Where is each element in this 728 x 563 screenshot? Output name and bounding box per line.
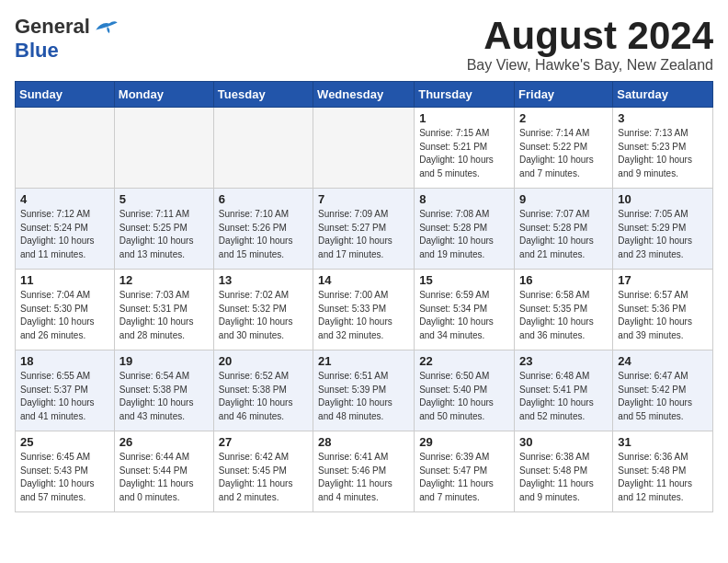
calendar-week-row: 4Sunrise: 7:12 AM Sunset: 5:24 PM Daylig… — [16, 189, 713, 270]
calendar-day-cell: 27Sunrise: 6:42 AM Sunset: 5:45 PM Dayli… — [213, 431, 313, 512]
day-number: 8 — [419, 192, 509, 206]
calendar-day-cell: 9Sunrise: 7:07 AM Sunset: 5:28 PM Daylig… — [515, 189, 613, 270]
day-info-text: Sunrise: 7:08 AM Sunset: 5:28 PM Dayligh… — [419, 208, 509, 261]
day-number: 21 — [318, 354, 409, 368]
day-number: 6 — [219, 192, 308, 206]
calendar-week-row: 1Sunrise: 7:15 AM Sunset: 5:21 PM Daylig… — [16, 108, 713, 189]
day-number: 25 — [20, 435, 109, 449]
calendar-header-row: SundayMondayTuesdayWednesdayThursdayFrid… — [16, 82, 713, 108]
calendar-day-cell: 13Sunrise: 7:02 AM Sunset: 5:32 PM Dayli… — [213, 270, 313, 350]
title-block: August 2024 Bay View, Hawke's Bay, New Z… — [467, 15, 713, 74]
day-number: 7 — [318, 192, 409, 206]
day-number: 19 — [119, 354, 209, 368]
calendar-day-cell: 30Sunrise: 6:38 AM Sunset: 5:48 PM Dayli… — [515, 431, 613, 512]
day-number: 11 — [20, 273, 109, 287]
calendar-day-cell: 29Sunrise: 6:39 AM Sunset: 5:47 PM Dayli… — [415, 431, 515, 512]
day-info-text: Sunrise: 7:02 AM Sunset: 5:32 PM Dayligh… — [219, 289, 308, 342]
logo-general-text: General — [15, 15, 90, 39]
logo: General Blue — [15, 15, 119, 63]
weekday-header-wednesday: Wednesday — [313, 82, 415, 108]
day-number: 1 — [419, 111, 509, 125]
calendar-day-cell: 11Sunrise: 7:04 AM Sunset: 5:30 PM Dayli… — [16, 270, 115, 350]
day-info-text: Sunrise: 7:14 AM Sunset: 5:22 PM Dayligh… — [519, 127, 608, 180]
calendar-day-cell: 25Sunrise: 6:45 AM Sunset: 5:43 PM Dayli… — [16, 431, 115, 512]
day-number: 26 — [119, 435, 209, 449]
calendar-day-cell: 5Sunrise: 7:11 AM Sunset: 5:25 PM Daylig… — [114, 189, 213, 270]
weekday-header-friday: Friday — [515, 82, 613, 108]
day-info-text: Sunrise: 6:50 AM Sunset: 5:40 PM Dayligh… — [419, 370, 509, 423]
day-info-text: Sunrise: 7:12 AM Sunset: 5:24 PM Dayligh… — [20, 208, 109, 261]
day-number: 17 — [618, 273, 708, 287]
calendar-table: SundayMondayTuesdayWednesdayThursdayFrid… — [15, 81, 713, 512]
calendar-day-cell: 6Sunrise: 7:10 AM Sunset: 5:26 PM Daylig… — [213, 189, 313, 270]
calendar-day-cell: 26Sunrise: 6:44 AM Sunset: 5:44 PM Dayli… — [114, 431, 213, 512]
calendar-day-cell: 19Sunrise: 6:54 AM Sunset: 5:38 PM Dayli… — [114, 350, 213, 431]
day-number: 10 — [618, 192, 708, 206]
day-number: 9 — [519, 192, 608, 206]
day-info-text: Sunrise: 6:47 AM Sunset: 5:42 PM Dayligh… — [618, 370, 708, 423]
calendar-day-cell: 7Sunrise: 7:09 AM Sunset: 5:27 PM Daylig… — [313, 189, 415, 270]
month-year-title: August 2024 — [467, 15, 713, 57]
day-info-text: Sunrise: 6:59 AM Sunset: 5:34 PM Dayligh… — [419, 289, 509, 342]
day-number: 16 — [519, 273, 608, 287]
calendar-day-cell: 12Sunrise: 7:03 AM Sunset: 5:31 PM Dayli… — [114, 270, 213, 350]
calendar-day-cell: 14Sunrise: 7:00 AM Sunset: 5:33 PM Dayli… — [313, 270, 415, 350]
day-info-text: Sunrise: 6:52 AM Sunset: 5:38 PM Dayligh… — [219, 370, 308, 423]
calendar-day-cell: 3Sunrise: 7:13 AM Sunset: 5:23 PM Daylig… — [613, 108, 713, 189]
day-info-text: Sunrise: 6:38 AM Sunset: 5:48 PM Dayligh… — [519, 451, 608, 504]
day-number: 20 — [219, 354, 308, 368]
calendar-day-cell — [313, 108, 415, 189]
day-info-text: Sunrise: 7:03 AM Sunset: 5:31 PM Dayligh… — [119, 289, 209, 342]
calendar-day-cell: 23Sunrise: 6:48 AM Sunset: 5:41 PM Dayli… — [515, 350, 613, 431]
day-number: 14 — [318, 273, 409, 287]
day-info-text: Sunrise: 6:55 AM Sunset: 5:37 PM Dayligh… — [20, 370, 109, 423]
day-number: 4 — [20, 192, 109, 206]
day-number: 27 — [219, 435, 308, 449]
weekday-header-thursday: Thursday — [415, 82, 515, 108]
calendar-day-cell: 24Sunrise: 6:47 AM Sunset: 5:42 PM Dayli… — [613, 350, 713, 431]
calendar-day-cell: 16Sunrise: 6:58 AM Sunset: 5:35 PM Dayli… — [515, 270, 613, 350]
calendar-day-cell — [213, 108, 313, 189]
day-number: 3 — [618, 111, 708, 125]
calendar-day-cell: 17Sunrise: 6:57 AM Sunset: 5:36 PM Dayli… — [613, 270, 713, 350]
day-info-text: Sunrise: 6:44 AM Sunset: 5:44 PM Dayligh… — [119, 451, 209, 504]
day-number: 15 — [419, 273, 509, 287]
day-info-text: Sunrise: 6:54 AM Sunset: 5:38 PM Dayligh… — [119, 370, 209, 423]
calendar-day-cell: 10Sunrise: 7:05 AM Sunset: 5:29 PM Dayli… — [613, 189, 713, 270]
calendar-day-cell: 22Sunrise: 6:50 AM Sunset: 5:40 PM Dayli… — [415, 350, 515, 431]
calendar-day-cell: 8Sunrise: 7:08 AM Sunset: 5:28 PM Daylig… — [415, 189, 515, 270]
weekday-header-saturday: Saturday — [613, 82, 713, 108]
weekday-header-sunday: Sunday — [16, 82, 115, 108]
calendar-day-cell: 15Sunrise: 6:59 AM Sunset: 5:34 PM Dayli… — [415, 270, 515, 350]
day-number: 30 — [519, 435, 608, 449]
logo-blue-text: Blue — [15, 39, 59, 63]
calendar-day-cell: 20Sunrise: 6:52 AM Sunset: 5:38 PM Dayli… — [213, 350, 313, 431]
day-number: 13 — [219, 273, 308, 287]
calendar-week-row: 11Sunrise: 7:04 AM Sunset: 5:30 PM Dayli… — [16, 270, 713, 350]
day-number: 29 — [419, 435, 509, 449]
day-info-text: Sunrise: 6:36 AM Sunset: 5:48 PM Dayligh… — [618, 451, 708, 504]
calendar-day-cell: 4Sunrise: 7:12 AM Sunset: 5:24 PM Daylig… — [16, 189, 115, 270]
day-info-text: Sunrise: 7:13 AM Sunset: 5:23 PM Dayligh… — [618, 127, 708, 180]
location-subtitle: Bay View, Hawke's Bay, New Zealand — [467, 57, 713, 74]
day-number: 28 — [318, 435, 409, 449]
page-header: General Blue August 2024 Bay View, Hawke… — [15, 15, 713, 74]
day-number: 18 — [20, 354, 109, 368]
day-number: 5 — [119, 192, 209, 206]
calendar-week-row: 18Sunrise: 6:55 AM Sunset: 5:37 PM Dayli… — [16, 350, 713, 431]
day-number: 22 — [419, 354, 509, 368]
day-info-text: Sunrise: 6:57 AM Sunset: 5:36 PM Dayligh… — [618, 289, 708, 342]
calendar-day-cell: 2Sunrise: 7:14 AM Sunset: 5:22 PM Daylig… — [515, 108, 613, 189]
calendar-day-cell: 18Sunrise: 6:55 AM Sunset: 5:37 PM Dayli… — [16, 350, 115, 431]
day-info-text: Sunrise: 6:48 AM Sunset: 5:41 PM Dayligh… — [519, 370, 608, 423]
day-info-text: Sunrise: 7:15 AM Sunset: 5:21 PM Dayligh… — [419, 127, 509, 180]
logo-bird-icon — [94, 18, 119, 35]
day-number: 31 — [618, 435, 708, 449]
day-number: 24 — [618, 354, 708, 368]
day-info-text: Sunrise: 6:39 AM Sunset: 5:47 PM Dayligh… — [419, 451, 509, 504]
weekday-header-tuesday: Tuesday — [213, 82, 313, 108]
calendar-week-row: 25Sunrise: 6:45 AM Sunset: 5:43 PM Dayli… — [16, 431, 713, 512]
day-info-text: Sunrise: 6:45 AM Sunset: 5:43 PM Dayligh… — [20, 451, 109, 504]
calendar-day-cell: 31Sunrise: 6:36 AM Sunset: 5:48 PM Dayli… — [613, 431, 713, 512]
day-number: 23 — [519, 354, 608, 368]
